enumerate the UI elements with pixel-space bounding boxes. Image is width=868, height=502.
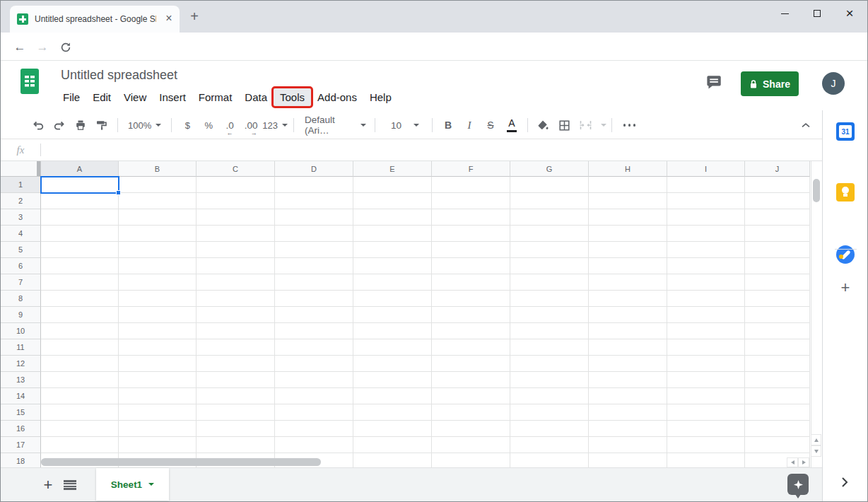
cell-B11[interactable]	[119, 339, 197, 356]
cell-B8[interactable]	[119, 291, 197, 307]
fill-color-button[interactable]	[534, 115, 553, 135]
cell-D17[interactable]	[275, 437, 353, 453]
cell-C9[interactable]	[197, 307, 275, 323]
column-header-F[interactable]: F	[432, 161, 510, 177]
cell-E9[interactable]	[353, 307, 432, 323]
cell-J3[interactable]	[745, 209, 810, 226]
cell-A13[interactable]	[41, 372, 119, 388]
cell-B12[interactable]	[119, 356, 197, 372]
zoom-select[interactable]: 100%	[124, 115, 165, 135]
cell-E11[interactable]	[353, 339, 432, 356]
account-avatar[interactable]: J	[822, 72, 845, 95]
cell-E10[interactable]	[353, 323, 432, 339]
cell-C15[interactable]	[197, 404, 275, 421]
cell-G4[interactable]	[510, 226, 589, 242]
column-header-I[interactable]: I	[667, 161, 745, 177]
cell-F15[interactable]	[432, 404, 510, 421]
text-color-button[interactable]: A	[502, 115, 522, 135]
cell-F12[interactable]	[432, 356, 510, 372]
cell-B13[interactable]	[119, 372, 197, 388]
menu-item-edit[interactable]: Edit	[86, 88, 117, 106]
column-header-A[interactable]: A	[41, 161, 119, 177]
cell-F13[interactable]	[432, 372, 510, 388]
cell-J17[interactable]	[745, 437, 810, 453]
cell-J2[interactable]	[745, 193, 810, 209]
cell-C5[interactable]	[197, 242, 275, 258]
cell-I5[interactable]	[667, 242, 745, 258]
fill-handle[interactable]	[116, 190, 121, 195]
cell-F10[interactable]	[432, 323, 510, 339]
cell-G10[interactable]	[510, 323, 589, 339]
all-sheets-menu-icon[interactable]	[64, 480, 76, 490]
cell-A11[interactable]	[41, 339, 119, 356]
cell-D2[interactable]	[275, 193, 353, 209]
cell-I3[interactable]	[667, 209, 745, 226]
window-close-button[interactable]: ×	[833, 1, 866, 26]
cell-C14[interactable]	[197, 388, 275, 404]
borders-button[interactable]	[555, 115, 575, 135]
column-header-E[interactable]: E	[353, 161, 432, 177]
cell-G11[interactable]	[510, 339, 589, 356]
cell-C11[interactable]	[197, 339, 275, 356]
cell-D7[interactable]	[275, 274, 353, 291]
cell-D14[interactable]	[275, 388, 353, 404]
cell-G1[interactable]	[510, 177, 589, 193]
row-header-13[interactable]: 13	[1, 372, 41, 388]
cell-I18[interactable]	[667, 453, 745, 467]
cell-J11[interactable]	[745, 339, 810, 356]
menu-item-view[interactable]: View	[117, 88, 153, 106]
decrease-decimal-button[interactable]: .0←	[220, 115, 240, 135]
print-button[interactable]	[71, 115, 90, 135]
cell-F16[interactable]	[432, 421, 510, 437]
cell-H1[interactable]	[589, 177, 667, 193]
cell-E14[interactable]	[353, 388, 432, 404]
cell-H5[interactable]	[589, 242, 667, 258]
cell-H18[interactable]	[589, 453, 667, 467]
cell-G2[interactable]	[510, 193, 589, 209]
cell-C3[interactable]	[197, 209, 275, 226]
cell-E5[interactable]	[353, 242, 432, 258]
scroll-left-button[interactable]	[787, 457, 798, 467]
row-header-11[interactable]: 11	[1, 339, 41, 356]
menu-item-data[interactable]: Data	[238, 88, 274, 106]
document-title[interactable]: Untitled spreadsheet	[61, 68, 177, 83]
cell-E18[interactable]	[353, 453, 432, 467]
cell-D13[interactable]	[275, 372, 353, 388]
cell-I16[interactable]	[667, 421, 745, 437]
cell-H15[interactable]	[589, 404, 667, 421]
cell-J13[interactable]	[745, 372, 810, 388]
cell-F9[interactable]	[432, 307, 510, 323]
cell-G18[interactable]	[510, 453, 589, 467]
cell-G14[interactable]	[510, 388, 589, 404]
browser-tab[interactable]: Untitled spreadsheet - Google Sheets ×	[10, 6, 180, 33]
row-header-14[interactable]: 14	[1, 388, 41, 404]
cell-C13[interactable]	[197, 372, 275, 388]
cell-B15[interactable]	[119, 404, 197, 421]
cell-B4[interactable]	[119, 226, 197, 242]
more-toolbar-icon[interactable]	[618, 115, 642, 135]
cell-A6[interactable]	[41, 258, 119, 274]
minimize-button[interactable]	[768, 1, 801, 26]
chevron-down-icon[interactable]	[601, 124, 606, 127]
scroll-right-button[interactable]	[798, 457, 809, 467]
row-header-3[interactable]: 3	[1, 209, 41, 226]
cell-E17[interactable]	[353, 437, 432, 453]
cell-I7[interactable]	[667, 274, 745, 291]
row-header-5[interactable]: 5	[1, 242, 41, 258]
cell-J6[interactable]	[745, 258, 810, 274]
cell-J12[interactable]	[745, 356, 810, 372]
cell-J14[interactable]	[745, 388, 810, 404]
increase-decimal-button[interactable]: .00→	[241, 115, 261, 135]
comment-history-icon[interactable]	[705, 74, 725, 93]
cell-B10[interactable]	[119, 323, 197, 339]
add-sheet-button[interactable]: +	[37, 474, 59, 496]
menu-item-addons[interactable]: Add-ons	[311, 88, 363, 106]
cell-I6[interactable]	[667, 258, 745, 274]
cell-J9[interactable]	[745, 307, 810, 323]
cell-D6[interactable]	[275, 258, 353, 274]
number-format-button[interactable]: 123	[262, 115, 288, 135]
cell-E15[interactable]	[353, 404, 432, 421]
cell-J16[interactable]	[745, 421, 810, 437]
cell-G13[interactable]	[510, 372, 589, 388]
menu-item-tools[interactable]: Tools	[274, 88, 311, 106]
